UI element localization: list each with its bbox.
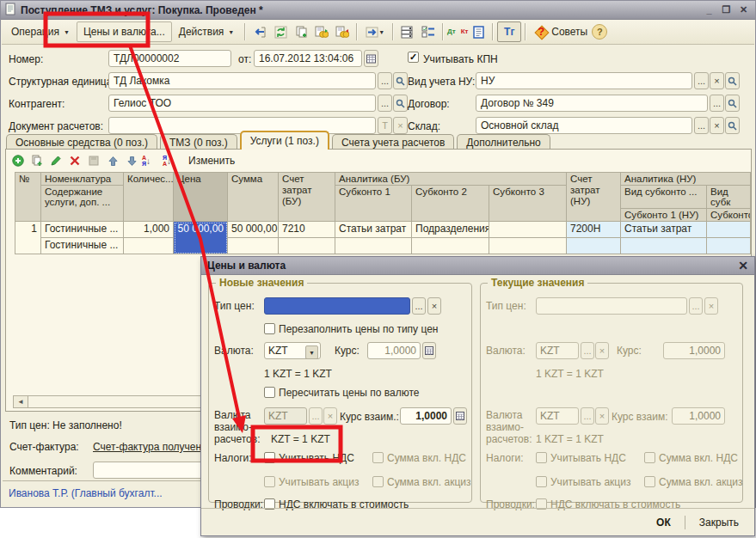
col-header-account-bu[interactable]: Счет затрат (БУ) [279, 173, 335, 222]
cell-price-selected[interactable]: 50 000,00 [174, 222, 228, 254]
cell-sub1[interactable]: Статьи затрат [335, 222, 412, 238]
text-edit-button[interactable]: T [378, 117, 392, 134]
table-row[interactable]: 1 Гостиничные ... 1,000 50 000,00 50 000… [15, 222, 751, 238]
col-header-sub3[interactable]: Субконто 3 [489, 186, 567, 222]
columns-settings-button[interactable] [418, 22, 439, 41]
end-edit-button[interactable] [85, 152, 102, 169]
col-header-sub1[interactable]: Субконто 1 [335, 186, 412, 222]
scroll-left-button[interactable]: ◄ [14, 396, 28, 407]
magnifier-button[interactable] [725, 117, 740, 134]
cell-empty[interactable] [412, 238, 489, 254]
cell-content[interactable]: Гостиничные ... [41, 238, 124, 254]
chevron-down-icon[interactable]: ▼ [305, 345, 318, 359]
prices-currency-button[interactable]: Цены и валюта... [77, 21, 172, 42]
col-header-price[interactable]: Цена [174, 173, 228, 222]
col-header-analytics-nu[interactable]: Аналитика (НУ) [621, 173, 751, 186]
clear-button[interactable]: × [323, 407, 337, 425]
excise-incl-checkbox[interactable] [372, 476, 384, 487]
structural-unit-field[interactable]: ТД Лакомка [108, 72, 376, 89]
excise-checkbox[interactable] [264, 476, 275, 487]
sort-ascending-button[interactable]: АЯ ↓ [142, 152, 161, 169]
col-header-account-nu[interactable]: Счет затрат (НУ) [567, 173, 621, 222]
totals-button[interactable]: Тг [497, 21, 521, 42]
cell-sub3[interactable] [489, 222, 567, 238]
tab-settlement-accounts[interactable]: Счета учета расчетов [332, 134, 454, 150]
unpost-document-button[interactable] [332, 22, 353, 41]
clear-button[interactable]: × [710, 72, 724, 89]
col-header-content[interactable]: Содержание услуги, доп. ... [41, 186, 124, 222]
operation-menu-button[interactable]: Операция▼ [4, 21, 77, 42]
col-header-qty[interactable]: Количес... [124, 173, 174, 222]
edit-cell-button[interactable]: Изменить [183, 152, 240, 169]
maximize-button[interactable]: ❐ [719, 3, 734, 16]
go-to-button[interactable]: ▼ [361, 22, 389, 41]
select-ellipsis-button[interactable]: ... [412, 297, 426, 315]
sort-descending-button[interactable]: ЯА ↓ [163, 152, 181, 169]
cell-empty[interactable] [567, 238, 621, 254]
cell-sub2[interactable]: Подразделения [412, 222, 489, 238]
main-titlebar[interactable]: Поступление ТМЗ и услуг: Покупка. Провед… [1, 1, 755, 20]
advice-button[interactable]: ? Советы [530, 22, 592, 41]
cell-empty[interactable] [124, 238, 174, 254]
cell-qty[interactable]: 1,000 [124, 222, 174, 238]
cell-empty[interactable] [707, 238, 751, 254]
select-ellipsis-button[interactable]: ... [378, 72, 392, 89]
cell-sub2-nu[interactable] [707, 222, 751, 238]
contract-field[interactable]: Договор № 349 [476, 95, 708, 112]
currency-combo[interactable]: KZT ▼ [264, 342, 321, 359]
kpn-checkbox[interactable]: ✓ [408, 52, 419, 63]
cell-sum[interactable]: 50 000,00 [228, 222, 279, 238]
col-header-sub2[interactable]: Субконто 2 [412, 186, 489, 222]
services-table[interactable]: № Номенклатура Количес... Цена Сумма Сче… [15, 172, 751, 254]
calendar-button[interactable] [364, 50, 378, 67]
rate-field[interactable]: 1,0000 [367, 342, 421, 359]
price-type-field[interactable] [264, 297, 410, 315]
settle-rate-field[interactable]: 1,0000 [400, 407, 452, 425]
clear-button[interactable]: × [427, 297, 441, 315]
tab-fixed-assets[interactable]: Основные средства (0 поз.) [6, 134, 157, 150]
ok-button[interactable]: ОК [651, 515, 676, 530]
table-row-line2[interactable]: Гостиничные ... [15, 238, 751, 254]
select-ellipsis-button[interactable]: ... [309, 407, 323, 425]
nu-view-field[interactable]: НУ [476, 72, 692, 89]
cell-empty[interactable] [335, 238, 412, 254]
col-header-sub2-nu[interactable]: Субконто [707, 209, 751, 222]
edit-row-button[interactable] [47, 152, 65, 169]
warehouse-field[interactable]: Основной склад [476, 117, 692, 134]
col-header-sub1-nu[interactable]: Субконто 1 (НУ) [621, 209, 707, 222]
copy-row-button[interactable] [28, 152, 46, 169]
add-row-button[interactable] [9, 152, 27, 169]
cell-empty[interactable] [279, 238, 335, 254]
help-button[interactable]: ? [592, 24, 607, 40]
reread-button[interactable] [249, 22, 270, 41]
refill-prices-checkbox[interactable] [264, 323, 275, 334]
delete-row-button[interactable] [66, 152, 83, 169]
cell-num[interactable]: 1 [15, 222, 41, 254]
dialog-titlebar[interactable]: Цены и валюта ✕ [201, 257, 754, 275]
cell-empty[interactable] [621, 238, 707, 254]
cell-empty[interactable] [228, 238, 279, 254]
number-field[interactable]: ТДЛ00000002 [108, 50, 231, 67]
cell-nomenclature[interactable]: Гостиничные ... [41, 222, 124, 238]
col-header-analytics-bu[interactable]: Аналитика (БУ) [335, 173, 567, 186]
select-ellipsis-button[interactable]: ... [378, 95, 392, 112]
vat-checkbox[interactable] [264, 452, 275, 463]
col-header-sum[interactable]: Сумма [228, 173, 279, 222]
col-header-num[interactable]: № [15, 173, 41, 222]
close-button[interactable]: ✕ [736, 3, 751, 16]
cell-empty[interactable] [489, 238, 567, 254]
settle-currency-field[interactable]: KZT [264, 407, 307, 425]
magnifier-button[interactable] [393, 72, 408, 89]
cell-account-bu[interactable]: 7210 [279, 222, 335, 238]
magnifier-button[interactable] [393, 95, 408, 112]
date-field[interactable]: 16.07.2012 13:04:06 [254, 50, 362, 67]
cell-account-nu[interactable]: 7200Н [567, 222, 621, 238]
clear-button[interactable]: × [710, 117, 724, 134]
actions-menu-button[interactable]: Действия▼ [172, 21, 242, 42]
counterparty-field[interactable]: Гелиос ТОО [108, 95, 376, 112]
vat-incl-checkbox[interactable] [372, 452, 384, 463]
post-document-button[interactable] [311, 22, 332, 41]
select-ellipsis-button[interactable]: ... [710, 95, 724, 112]
select-ellipsis-button[interactable]: ... [694, 117, 709, 134]
refresh-button[interactable] [270, 22, 291, 41]
